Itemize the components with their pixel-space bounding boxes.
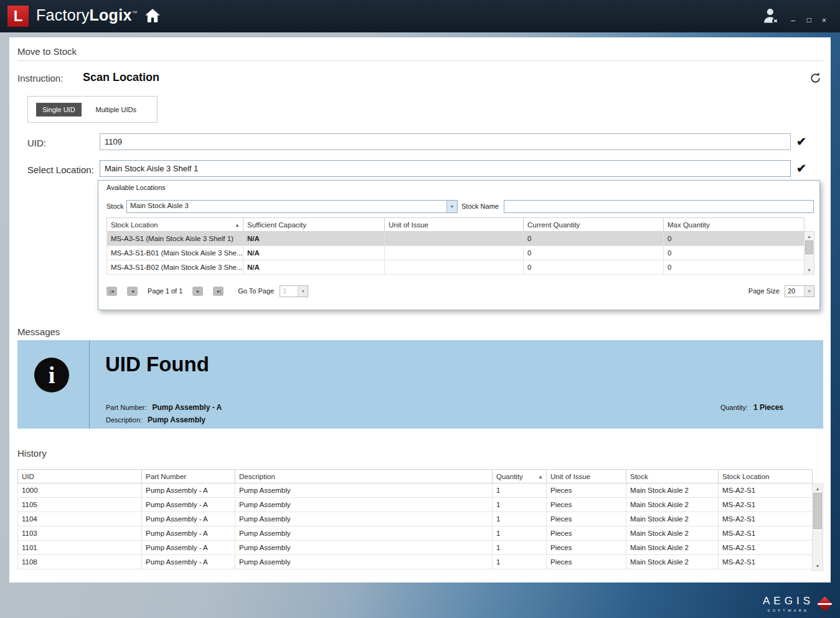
column-header-unit-of-issue[interactable]: Unit of Issue: [547, 470, 626, 483]
table-cell: 1: [493, 526, 547, 541]
app-title: FactoryLogix™: [36, 6, 138, 24]
home-icon[interactable]: [144, 8, 161, 23]
minimize-button[interactable]: –: [791, 16, 795, 25]
pager-next-button[interactable]: ►: [192, 287, 203, 296]
column-header-unit-of-issue[interactable]: Unit of Issue: [385, 218, 524, 232]
scroll-up-icon[interactable]: ▲: [813, 484, 823, 493]
table-cell: MS-A2-S1: [719, 512, 813, 526]
tab-multiple-uids[interactable]: Multiple UIDs: [96, 106, 136, 113]
scrollbar-thumb[interactable]: [805, 240, 813, 254]
table-row[interactable]: 1105Pump Assembly - APump Assembly1Piece…: [18, 498, 813, 512]
scroll-down-icon[interactable]: ▼: [813, 561, 823, 570]
column-header-current-quantity[interactable]: Current Quantity: [524, 218, 664, 232]
user-logout-icon[interactable]: [762, 6, 780, 26]
column-header-uid[interactable]: UID: [18, 470, 142, 483]
table-cell: 1108: [18, 555, 142, 569]
message-panel: i UID Found Part Number:Pump Assembly - …: [17, 340, 823, 429]
chevron-down-icon[interactable]: ▼: [298, 286, 308, 297]
table-cell: 1103: [18, 526, 142, 541]
table-row[interactable]: MS-A3-S1-B01 (Main Stock Aisle 3 She...N…: [107, 246, 805, 260]
column-label: Unit of Issue: [389, 221, 428, 229]
table-cell: Main Stock Aisle 2: [626, 555, 719, 569]
column-header-quantity[interactable]: Quantity ▲: [493, 470, 547, 483]
message-headline: UID Found: [105, 353, 209, 376]
table-cell: MS-A3-S1-B02 (Main Stock Aisle 3 She...: [107, 260, 243, 275]
part-number-label: Part Number:: [106, 404, 146, 411]
main-panel: Move to Stock Instruction: Scan Location…: [9, 37, 831, 582]
table-cell: MS-A2-S1: [719, 555, 813, 569]
history-table-body: 1000Pump Assembly - APump Assembly1Piece…: [18, 483, 813, 569]
column-header-description[interactable]: Description: [235, 470, 493, 483]
table-cell: 0: [664, 260, 805, 275]
scrollbar-thumb[interactable]: [813, 493, 822, 529]
close-button[interactable]: ×: [822, 16, 826, 25]
maximize-button[interactable]: □: [807, 16, 811, 24]
select-location-input[interactable]: [100, 160, 791, 177]
column-header-stock[interactable]: Stock: [626, 470, 719, 483]
pager-previous-button[interactable]: ◄: [127, 287, 138, 296]
pager-first-button[interactable]: |◄: [106, 287, 117, 296]
table-row[interactable]: 1104Pump Assembly - APump Assembly1Piece…: [18, 512, 813, 526]
table-row[interactable]: 1000Pump Assembly - APump Assembly1Piece…: [18, 483, 813, 498]
table-cell: N/A: [243, 246, 385, 260]
locations-scrollbar[interactable]: ▲ ▼: [804, 231, 814, 275]
table-cell: 1104: [18, 512, 142, 526]
goto-page-combobox[interactable]: ▼: [280, 285, 308, 297]
column-label: Description: [239, 473, 275, 480]
scroll-up-icon[interactable]: ▲: [805, 232, 814, 240]
table-row[interactable]: MS-A3-S1-B02 (Main Stock Aisle 3 She...N…: [107, 260, 805, 275]
uid-label: UID:: [27, 138, 46, 148]
table-cell: [385, 246, 524, 260]
part-number-row: Part Number:Pump Assembly - A: [106, 403, 222, 412]
table-cell: Pump Assembly - A: [142, 483, 235, 498]
locations-table-body: MS-A3-S1 (Main Stock Aisle 3 Shelf 1)N/A…: [107, 232, 805, 275]
part-number-value: Pump Assembly - A: [152, 403, 222, 412]
page-size-combobox[interactable]: 20 ▼: [785, 285, 814, 297]
table-cell: 0: [664, 232, 805, 246]
tab-single-uid[interactable]: Single UID: [36, 103, 82, 116]
pager-last-button[interactable]: ►|: [213, 287, 224, 296]
table-cell: MS-A2-S1: [719, 541, 813, 555]
column-header-sufficient-capacity[interactable]: Sufficient Capacity: [243, 218, 385, 232]
history-scrollbar[interactable]: ▲ ▼: [812, 483, 823, 571]
column-header-part-number[interactable]: Part Number: [142, 470, 235, 483]
table-row[interactable]: 1108Pump Assembly - APump Assembly1Piece…: [18, 555, 813, 569]
column-label: Part Number: [146, 473, 186, 480]
table-cell: 0: [524, 246, 664, 260]
table-cell: MS-A2-S1: [719, 498, 813, 512]
goto-page-input[interactable]: [280, 286, 298, 297]
trademark: ™: [132, 10, 138, 16]
table-cell: 1: [493, 555, 547, 569]
table-cell: Pieces: [547, 498, 626, 512]
locations-pager: |◄ ◄ Page 1 of 1 ► ►| Go To Page ▼ Page …: [106, 283, 814, 299]
stock-filter-combobox[interactable]: Main Stock Aisle 3 ▼: [126, 200, 458, 213]
table-row[interactable]: 1101Pump Assembly - APump Assembly1Piece…: [18, 541, 813, 555]
table-cell: [385, 232, 524, 246]
table-cell: N/A: [243, 232, 385, 246]
column-header-stock-location[interactable]: Stock Location ▲: [107, 218, 243, 232]
stock-name-filter-input[interactable]: [504, 200, 814, 213]
table-row[interactable]: MS-A3-S1 (Main Stock Aisle 3 Shelf 1)N/A…: [107, 232, 805, 246]
goto-page-label: Go To Page: [238, 287, 274, 295]
app-title-part1: Factory: [36, 6, 89, 24]
table-cell: MS-A2-S1: [719, 526, 813, 541]
table-cell: 1: [493, 541, 547, 555]
info-icon: i: [34, 358, 69, 392]
uid-input[interactable]: [100, 133, 791, 150]
table-row[interactable]: 1103Pump Assembly - APump Assembly1Piece…: [18, 526, 813, 541]
page-size-value: 20: [785, 286, 804, 297]
column-label: Quantity: [496, 473, 523, 480]
chevron-down-icon[interactable]: ▼: [446, 201, 457, 212]
table-cell: 1105: [18, 498, 142, 512]
column-label: Stock Location: [111, 221, 158, 229]
app-title-part2: Logix: [89, 6, 131, 24]
locations-header-row: Stock Location ▲ Sufficient Capacity Uni…: [107, 218, 805, 232]
refresh-icon[interactable]: [809, 72, 821, 84]
table-cell: N/A: [243, 260, 385, 275]
column-header-max-quantity[interactable]: Max Quantity: [664, 218, 805, 232]
scroll-down-icon[interactable]: ▼: [805, 265, 814, 274]
column-header-stock-location[interactable]: Stock Location: [719, 470, 813, 483]
location-valid-check-icon: ✔: [796, 161, 806, 176]
aegis-logo: AEGIS SOFTWARE: [763, 595, 830, 612]
chevron-down-icon[interactable]: ▼: [804, 286, 814, 297]
